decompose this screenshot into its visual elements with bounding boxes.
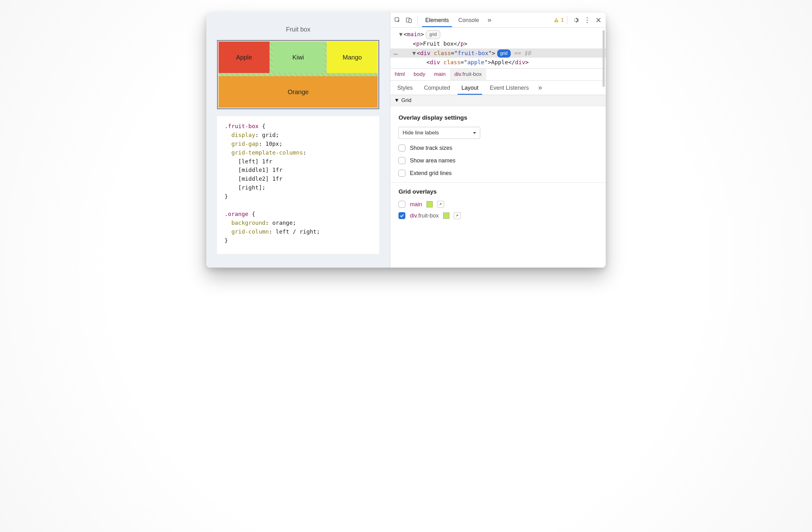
- checkbox-unchecked-icon[interactable]: [398, 144, 405, 151]
- rendered-page-pane: Fruit box Apple Kiwi Mango Orange .fruit…: [206, 13, 390, 268]
- crumb-body[interactable]: body: [409, 69, 430, 80]
- show-area-names-option[interactable]: Show area names: [398, 157, 597, 164]
- svg-rect-2: [409, 19, 411, 23]
- inspect-element-icon[interactable]: [392, 15, 403, 26]
- warnings-badge[interactable]: 1: [553, 17, 564, 23]
- subtab-layout[interactable]: Layout: [456, 81, 484, 95]
- extend-grid-lines-option[interactable]: Extend grid lines: [398, 170, 597, 177]
- dom-node-apple[interactable]: <div class="apple">Apple</div>: [398, 58, 606, 67]
- color-swatch[interactable]: [426, 201, 433, 208]
- cell-apple: Apple: [219, 42, 270, 73]
- grid-section-header[interactable]: ▼ Grid: [390, 95, 606, 106]
- highlight-element-icon[interactable]: [454, 212, 461, 219]
- kebab-menu-icon[interactable]: ⋮: [582, 15, 593, 26]
- layout-panel: ▼ Grid Overlay display settings Hide lin…: [390, 95, 606, 268]
- color-swatch[interactable]: [443, 212, 449, 219]
- checkbox-unchecked-icon[interactable]: [398, 201, 405, 208]
- cell-kiwi: Kiwi: [273, 42, 323, 73]
- fruit-box: Apple Kiwi Mango Orange: [217, 40, 379, 109]
- cell-mango: Mango: [327, 42, 378, 73]
- devtools-pane: Elements Console » 1 ⋮ ▼<main>grid <p>Fr…: [390, 13, 606, 268]
- breadcrumb: html body main div.fruit-box: [390, 69, 606, 81]
- overlay-row-main[interactable]: main: [398, 201, 597, 208]
- elements-subtabs: Styles Computed Layout Event Listeners »: [390, 81, 606, 95]
- subtab-computed[interactable]: Computed: [418, 81, 456, 95]
- grid-overlays-heading: Grid overlays: [398, 188, 597, 195]
- crumb-selected[interactable]: div.fruit-box: [450, 69, 486, 80]
- subtab-event-listeners[interactable]: Event Listeners: [484, 81, 534, 95]
- tab-console[interactable]: Console: [454, 13, 483, 27]
- dom-node-main[interactable]: ▼<main>grid: [398, 30, 606, 39]
- gear-icon[interactable]: [570, 15, 581, 26]
- devtools-window: Fruit box Apple Kiwi Mango Orange .fruit…: [206, 13, 606, 268]
- line-labels-select[interactable]: Hide line labels: [398, 127, 480, 139]
- dom-tree[interactable]: ▼<main>grid <p>Fruit box</p> ▼<div class…: [390, 28, 606, 69]
- overlay-display-settings-heading: Overlay display settings: [398, 114, 597, 121]
- cell-orange: Orange: [219, 76, 378, 108]
- crumb-html[interactable]: html: [390, 69, 409, 80]
- overlay-row-fruit-box[interactable]: div.fruit-box: [398, 212, 597, 219]
- svg-rect-4: [556, 21, 557, 22]
- chevron-down-icon: ▼: [394, 97, 400, 103]
- show-track-sizes-option[interactable]: Show track sizes: [398, 144, 597, 151]
- subtab-styles[interactable]: Styles: [392, 81, 418, 95]
- page-title: Fruit box: [217, 26, 379, 33]
- checkbox-checked-icon[interactable]: [398, 212, 405, 219]
- more-subtabs-icon[interactable]: »: [534, 84, 546, 92]
- css-code-block: .fruit-box { display: grid; grid-gap: 10…: [217, 116, 379, 254]
- close-icon[interactable]: [593, 15, 604, 26]
- dom-node-p[interactable]: <p>Fruit box</p>: [398, 39, 606, 48]
- svg-rect-3: [556, 19, 557, 21]
- more-tabs-icon[interactable]: »: [484, 15, 495, 26]
- checkbox-unchecked-icon[interactable]: [398, 170, 405, 177]
- checkbox-unchecked-icon[interactable]: [398, 157, 405, 164]
- highlight-element-icon[interactable]: [437, 201, 444, 208]
- fruit-grid: Apple Kiwi Mango Orange: [219, 42, 378, 108]
- tab-elements[interactable]: Elements: [421, 13, 453, 27]
- crumb-main[interactable]: main: [430, 69, 450, 80]
- devtools-toolbar: Elements Console » 1 ⋮: [390, 13, 606, 28]
- dom-node-fruit-box[interactable]: ▼<div class="fruit-box">grid== $0: [390, 48, 606, 58]
- device-toolbar-icon[interactable]: [404, 15, 414, 26]
